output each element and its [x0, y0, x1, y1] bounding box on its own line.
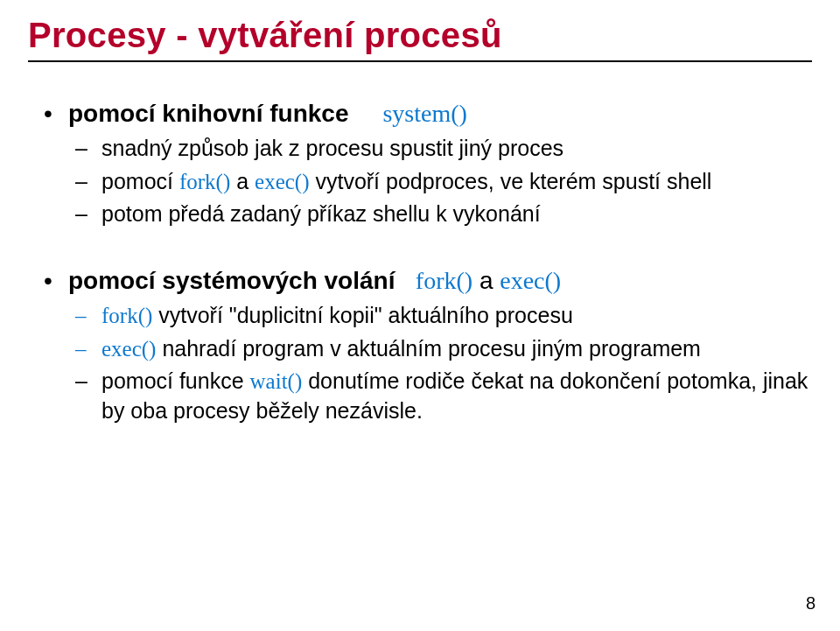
bullet-2-mid: a	[472, 267, 500, 294]
b2s1-text: vytvoří "duplicitní kopii" aktuálního pr…	[152, 303, 573, 327]
bullet-1-sub3: potom předá zadaný příkaz shellu k vykon…	[68, 200, 812, 229]
bullet-2-sub1: fork() vytvoří "duplicitní kopii" aktuál…	[68, 301, 812, 331]
b2s3-prefix: pomocí funkce	[102, 368, 250, 393]
b1s2-code1: fork()	[179, 170, 230, 193]
bullet-1-prefix: pomocí knihovní funkce	[68, 100, 348, 127]
bullet-1-sub2: pomocí fork() a exec() vytvoří podproces…	[68, 167, 812, 197]
b2s2-code: exec()	[102, 337, 156, 361]
bullet-1: pomocí knihovní funkce system() snadný z…	[44, 97, 812, 229]
spacer	[44, 235, 812, 264]
bullet-2-code1: fork()	[416, 267, 472, 294]
b1s2-mid: a	[230, 169, 255, 193]
b2s2-text: nahradí program v aktuálním procesu jiný…	[156, 336, 701, 361]
bullet-2-sub2: exec() nahradí program v aktuálním proce…	[68, 334, 812, 364]
b1s2-prefix: pomocí	[102, 169, 179, 193]
bullet-2-prefix: pomocí systémových volání	[68, 267, 395, 294]
page-number: 8	[806, 593, 816, 613]
bullet-1-sublist: snadný způsob jak z procesu spustit jiný…	[68, 134, 812, 229]
spacer-text2	[402, 267, 409, 294]
bullet-list: pomocí knihovní funkce system() snadný z…	[44, 97, 812, 426]
b2s3-code: wait()	[250, 369, 303, 393]
b1s2-code2: exec()	[255, 170, 309, 193]
slide-title: Procesy - vytváření procesů	[28, 16, 812, 55]
bullet-1-code: system()	[382, 100, 466, 127]
bullet-1-sub1: snadný způsob jak z procesu spustit jiný…	[68, 134, 812, 164]
bullet-2-sub3: pomocí funkce wait() donutíme rodiče ček…	[68, 367, 812, 426]
spacer-text	[355, 100, 375, 127]
bullet-2: pomocí systémových volání fork() a exec(…	[44, 264, 812, 426]
bullet-2-sublist: fork() vytvoří "duplicitní kopii" aktuál…	[68, 301, 812, 426]
bullet-2-code2: exec()	[500, 267, 561, 294]
title-underline	[28, 60, 812, 62]
slide-content: pomocí knihovní funkce system() snadný z…	[28, 97, 812, 426]
b1s2-suffix: vytvoří podproces, ve kterém spustí shel…	[310, 169, 712, 193]
b2s1-code: fork()	[102, 304, 152, 327]
